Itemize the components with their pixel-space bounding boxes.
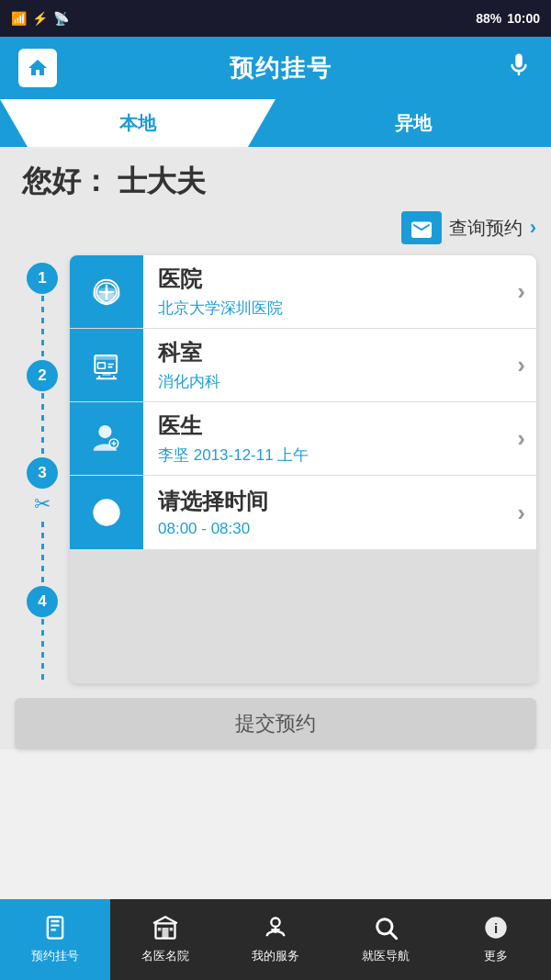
status-left: 📶 ⚡ 📡 (11, 11, 69, 26)
dept-icon-box (70, 329, 143, 401)
svg-point-3 (97, 292, 116, 299)
svg-rect-25 (158, 928, 162, 931)
connector-3-4 (41, 522, 44, 584)
form-section: 1 2 3 ✂ 4 (15, 255, 536, 683)
time-title: 请选择时间 (158, 487, 502, 516)
step-2: 2 (27, 360, 58, 391)
nav-register[interactable]: 预约挂号 (0, 899, 110, 980)
hospital-title: 医院 (158, 265, 502, 294)
tab-remote[interactable]: 异地 (276, 99, 551, 147)
nav-hospitals-icon (152, 915, 178, 944)
svg-rect-9 (102, 372, 111, 375)
mail-icon (401, 211, 442, 244)
nav-register-icon (42, 915, 68, 944)
nav-hospitals-label: 名医名院 (141, 948, 189, 964)
bottom-nav: 预约挂号 名医名院 我的服务 (0, 899, 551, 980)
scissor-icon: ✂ (34, 492, 51, 516)
header: 预约挂号 (0, 37, 551, 99)
svg-point-11 (98, 424, 111, 437)
svg-text:i: i (494, 920, 498, 936)
hospital-arrow: › (517, 277, 536, 306)
connector-4-end (41, 619, 44, 681)
greeting-prefix: 您好： (22, 164, 110, 197)
svg-point-18 (105, 511, 108, 514)
nav-services[interactable]: 我的服务 (220, 899, 331, 980)
time-arrow: › (517, 499, 536, 527)
svg-rect-29 (271, 929, 279, 930)
svg-line-31 (390, 932, 397, 939)
svg-rect-6 (98, 362, 106, 367)
usb-icon: ⚡ (32, 11, 48, 26)
main-content: 您好： 士大夫 查询预约 › 1 2 3 ✂ 4 (0, 147, 551, 749)
step-1: 1 (27, 263, 58, 294)
department-row[interactable]: 科室 消化内科 › (70, 329, 536, 402)
dept-arrow: › (517, 351, 536, 379)
doctor-title: 医生 (158, 411, 502, 441)
nav-guide-label: 就医导航 (362, 948, 410, 964)
query-chevron: › (530, 216, 536, 240)
battery-text: 88% (476, 11, 501, 26)
steps-column: 1 2 3 ✂ 4 (15, 255, 70, 683)
form-col: 医院 北京大学深圳医院 › (70, 255, 536, 683)
nav-services-icon (263, 915, 288, 944)
nav-guide-icon (373, 915, 399, 944)
submit-button[interactable]: 提交预约 (15, 698, 536, 749)
greeting: 您好： 士大夫 (15, 162, 536, 202)
tab-local[interactable]: 本地 (0, 99, 276, 147)
nav-more-label: 更多 (484, 948, 508, 964)
svg-rect-26 (170, 928, 174, 931)
mic-button[interactable] (505, 51, 533, 85)
greeting-name: 士大夫 (118, 164, 206, 197)
time-row[interactable]: 请选择时间 08:00 - 08:30 › (70, 476, 536, 549)
home-button[interactable] (18, 49, 57, 87)
time-subtitle: 08:00 - 08:30 (158, 520, 502, 538)
svg-rect-21 (51, 925, 59, 927)
time-content: 请选择时间 08:00 - 08:30 (143, 478, 517, 547)
wifi-icon: 📶 (11, 11, 27, 26)
nav-hospitals[interactable]: 名医名院 (110, 899, 220, 980)
step-4: 4 (27, 586, 58, 617)
query-text: 查询预约 (449, 216, 523, 241)
nav-more-icon: i (483, 915, 509, 944)
step-3: 3 (27, 457, 58, 489)
doctor-row[interactable]: 医生 李坚 2013-12-11 上午 › (70, 402, 536, 476)
svg-rect-24 (163, 928, 169, 939)
nav-services-label: 我的服务 (252, 948, 299, 964)
status-bar: 📶 ⚡ 📡 88% 10:00 (0, 0, 551, 37)
connector-1-2 (41, 296, 44, 358)
header-title: 预约挂号 (230, 52, 332, 84)
svg-rect-19 (48, 917, 62, 938)
nav-more[interactable]: i 更多 (441, 899, 551, 980)
doctor-subtitle: 李坚 2013-12-11 上午 (158, 445, 502, 466)
svg-point-27 (271, 918, 279, 927)
query-row[interactable]: 查询预约 › (15, 211, 536, 244)
status-right: 88% 10:00 (476, 11, 540, 26)
hospital-icon-box (70, 255, 143, 328)
time-icon-box (70, 476, 143, 549)
dept-subtitle: 消化内科 (158, 371, 502, 392)
connector-2-3 (41, 393, 44, 456)
nav-register-label: 预约挂号 (31, 948, 79, 964)
time-text: 10:00 (507, 11, 540, 26)
signal-icon: 📡 (53, 11, 69, 26)
doctor-content: 医生 李坚 2013-12-11 上午 (143, 402, 517, 475)
svg-rect-22 (51, 929, 56, 930)
nav-guide[interactable]: 就医导航 (331, 899, 441, 980)
dept-content: 科室 消化内科 (143, 329, 517, 401)
svg-rect-5 (95, 355, 117, 359)
svg-rect-20 (51, 920, 59, 922)
doctor-icon-box (70, 402, 143, 475)
hospital-subtitle: 北京大学深圳医院 (158, 298, 502, 319)
hospital-row[interactable]: 医院 北京大学深圳医院 › (70, 255, 536, 329)
dept-title: 科室 (158, 338, 502, 367)
tab-bar: 本地 异地 (0, 99, 551, 147)
hospital-content: 医院 北京大学深圳医院 (143, 255, 517, 328)
doctor-arrow: › (517, 424, 536, 453)
